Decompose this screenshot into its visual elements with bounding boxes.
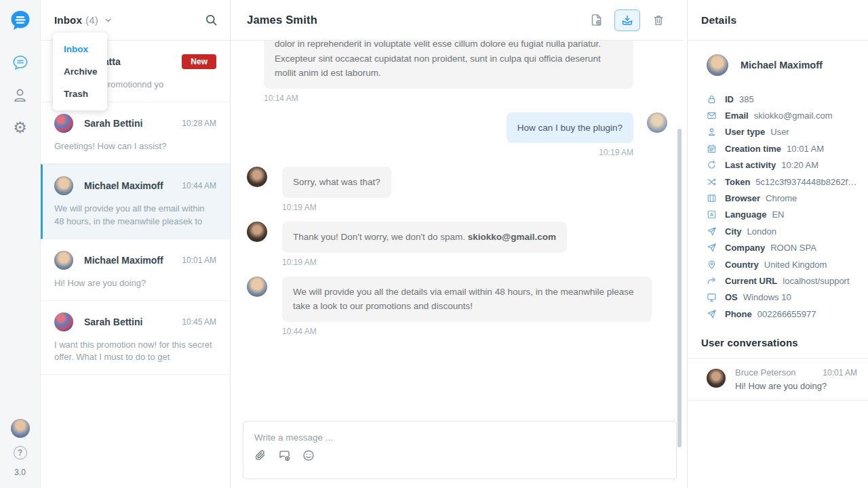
details-field-row: Phone 002266655977: [707, 306, 859, 322]
chat-panel: dolor in reprehenderit in voluptate veli…: [231, 0, 684, 488]
message-avatar: [647, 113, 667, 133]
field-label: Current URL: [725, 276, 777, 286]
nav-conversations-icon[interactable]: [12, 54, 29, 71]
details-user-name: Michael Maximoff: [741, 60, 823, 70]
field-label: City: [725, 226, 742, 237]
details-field-row: Company ROON SPA: [707, 240, 859, 256]
refresh-icon: [707, 160, 717, 170]
conversation-list-item[interactable]: Michael Maximoff 10:44 AM We will provid…: [41, 164, 230, 239]
field-value: London: [747, 226, 776, 237]
mail-icon: [707, 110, 717, 121]
conversation-name: Michael Maximoff: [84, 255, 182, 266]
app-logo-icon: [9, 9, 32, 32]
conversation-preview: Hi! How are you doing?: [54, 277, 216, 290]
details-field-row: User type User: [707, 124, 859, 140]
inbox-filter-label: Inbox: [54, 14, 82, 26]
field-label: ID: [725, 94, 734, 104]
dropdown-menu-item[interactable]: Archive: [53, 60, 107, 83]
conversation-name: Sarah Bettini: [84, 317, 182, 327]
field-value: EN: [772, 209, 784, 220]
message-avatar: [247, 167, 267, 187]
search-icon[interactable]: [205, 14, 218, 26]
inbox-dropdown-menu: Inbox Archive Trash: [53, 33, 107, 110]
conversation-list-item[interactable]: Sarah Bettini 10:28 AM Greetings! How ca…: [41, 102, 230, 164]
chat-header: James Smith: [231, 0, 684, 41]
message-input[interactable]: [243, 422, 633, 445]
message-list: dolor in reprehenderit in voluptate veli…: [231, 41, 684, 336]
details-field-row: ID 385: [707, 91, 859, 107]
current-user-avatar[interactable]: [11, 419, 30, 438]
field-value: User: [770, 127, 789, 137]
chevron-down-icon: [104, 16, 112, 24]
monitor-icon: [707, 292, 717, 302]
user-icon: [707, 127, 717, 137]
message-composer: [243, 421, 677, 479]
dropdown-menu-item[interactable]: Trash: [53, 83, 107, 105]
shuffle-icon: [707, 177, 717, 187]
details-field-row: Current URL localhost/support: [707, 272, 859, 289]
new-badge: New: [182, 54, 216, 69]
conversation-preview: We will provide you all the email within…: [54, 203, 216, 228]
user-conversation-avatar: [707, 369, 726, 388]
field-value: localhost/support: [783, 276, 849, 286]
field-value: ROON SPA: [770, 243, 816, 253]
inbox-filter-button[interactable]: Inbox (4): [54, 14, 112, 26]
field-value: 002266655977: [757, 309, 816, 319]
dropdown-menu-item[interactable]: Inbox: [53, 38, 107, 60]
details-field-list: ID 385 Email skiokko@gmail.com User type…: [707, 91, 859, 322]
details-field-row: Creation time 10:01 AM: [707, 140, 859, 157]
conversation-list-item[interactable]: Michael Maximoff 10:01 AM Hi! How are yo…: [41, 239, 230, 301]
message-timestamp: 10:14 AM: [264, 94, 633, 103]
details-user-avatar: [707, 54, 728, 76]
nav-settings-icon[interactable]: ⚙: [12, 119, 29, 136]
field-label: OS: [725, 292, 738, 302]
message-row: We will provide you all the details via …: [247, 277, 667, 336]
conversation-list-item[interactable]: Sarah Bettini 10:45 AM I want this promo…: [41, 301, 230, 375]
field-label: Browser: [725, 193, 760, 203]
canned-response-icon[interactable]: [278, 449, 291, 462]
message-bubble: Sorry, what was that?: [282, 167, 391, 198]
message-bubble: How can I buy the plugin?: [507, 113, 633, 144]
field-label: Last activity: [725, 160, 776, 170]
conversation-avatar: [54, 312, 73, 331]
add-note-icon[interactable]: [586, 10, 606, 30]
details-field-row: Country United Kingdom: [707, 256, 859, 272]
export-conversation-icon[interactable]: [614, 9, 640, 31]
conversation-name: Michael Maximoff: [84, 180, 182, 191]
message-avatar: [247, 222, 267, 242]
conversation-avatar: [54, 251, 73, 270]
user-conversations-title: User conversations: [688, 322, 868, 358]
send-icon: [707, 243, 717, 253]
browser-icon: [707, 193, 717, 203]
delete-conversation-icon[interactable]: [648, 10, 669, 30]
conversation-preview: I want this promotion now! for this secr…: [54, 339, 216, 365]
field-value: United Kingdom: [764, 260, 827, 270]
send-icon: [707, 309, 717, 319]
field-value: skiokko@gmail.com: [754, 110, 833, 121]
send-icon: [707, 226, 717, 237]
nav-users-icon[interactable]: [12, 86, 29, 104]
redirect-icon: [707, 276, 717, 286]
conversation-preview: Greetings! How can I assist?: [54, 140, 216, 153]
message-timestamp: 10:19 AM: [282, 203, 391, 212]
emoji-icon[interactable]: [302, 449, 315, 462]
help-icon[interactable]: ?: [14, 446, 27, 460]
message-avatar: [247, 277, 267, 297]
message-bubble: dolor in reprehenderit in voluptate veli…: [264, 41, 633, 89]
message-row: dolor in reprehenderit in voluptate veli…: [247, 41, 667, 103]
calendar-icon: [707, 144, 717, 154]
user-conversation-time: 10:01 AM: [823, 368, 857, 378]
details-field-row: Token 5c12c3f9374448b8262f5b...: [707, 174, 859, 190]
chat-scrollbar[interactable]: [677, 129, 682, 447]
attach-file-icon[interactable]: [254, 449, 267, 462]
message-timestamp: 10:19 AM: [282, 258, 567, 267]
user-conversation-item[interactable]: Bruce Peterson 10:01 AM Hi! How are you …: [688, 359, 868, 401]
field-label: Email: [725, 110, 749, 121]
app-version: 3.0: [14, 468, 26, 477]
conversation-time: 10:45 AM: [182, 317, 216, 327]
inbox-count: (4): [85, 14, 98, 26]
language-icon: A: [707, 209, 717, 220]
message-bubble: We will provide you all the details via …: [282, 277, 652, 322]
details-title: Details: [701, 14, 736, 26]
details-field-row: Last activity 10:20 AM: [707, 157, 859, 174]
